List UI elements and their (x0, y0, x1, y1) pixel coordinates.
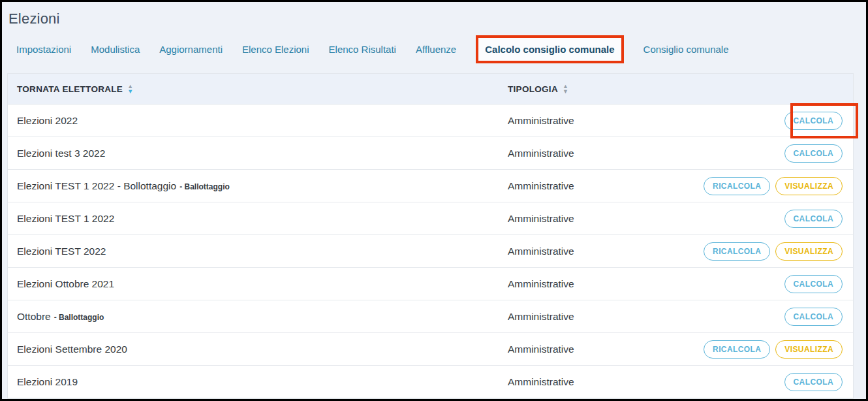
cell-tipologia: Amministrative (508, 344, 638, 355)
cell-tipologia: Amministrative (508, 376, 638, 388)
election-round-label: Elezioni 2019 (17, 376, 78, 387)
cell-tornata-elettorale: Ottobre- Ballottaggio (8, 311, 508, 323)
tab-calcolo-consiglio-comunale[interactable]: Calcolo consiglio comunale (476, 35, 623, 63)
election-round-label: Elezioni Ottobre 2021 (17, 278, 114, 289)
sort-icon: ▲ ▼ (127, 84, 133, 94)
tab-bar: ImpostazioniModulisticaAggiornamentiElen… (6, 34, 862, 64)
cell-actions: RICALCOLAVISUALIZZA (638, 333, 853, 365)
cell-tipologia: Amministrative (508, 115, 638, 127)
sort-desc-icon: ▼ (563, 89, 568, 94)
election-round-label: Elezioni test 3 2022 (17, 148, 105, 159)
cell-actions: RICALCOLAVISUALIZZA (638, 235, 853, 267)
cell-actions: CALCOLA (638, 366, 853, 398)
cell-actions: RICALCOLAVISUALIZZA (638, 170, 853, 202)
cell-tornata-elettorale: Elezioni 2019 (8, 376, 508, 388)
ballottaggio-badge: - Ballottaggio (179, 182, 230, 191)
ricalcola-button[interactable]: RICALCOLA (704, 242, 770, 261)
calcola-button[interactable]: CALCOLA (784, 275, 843, 293)
cell-tipologia: Amministrative (508, 213, 638, 225)
tab-impostazioni[interactable]: Impostazioni (16, 44, 71, 55)
cell-actions: CALCOLA (638, 202, 853, 234)
tab-modulistica[interactable]: Modulistica (91, 44, 140, 55)
cell-tornata-elettorale: Elezioni TEST 2022 (8, 246, 508, 257)
calcola-button[interactable]: CALCOLA (784, 308, 843, 326)
page-title: Elezioni (8, 10, 862, 27)
cell-tipologia: Amministrative (508, 246, 638, 257)
table-body: Elezioni 2022 Amministrative CALCOLA Ele… (8, 104, 853, 398)
table-row: Elezioni test 3 2022 Amministrative CALC… (8, 137, 853, 170)
table-row: Elezioni 2022 Amministrative CALCOLA (8, 104, 853, 137)
table-header-row: TORNATA ELETTORALE ▲ ▼ TIPOLOGIA ▲ ▼ (8, 74, 853, 104)
cell-tornata-elettorale: Elezioni Settembre 2020 (8, 344, 508, 355)
election-round-label: Elezioni TEST 1 2022 - Bollottaggio (17, 180, 176, 191)
visualizza-button[interactable]: VISUALIZZA (775, 177, 843, 195)
ballottaggio-badge: - Ballottaggio (54, 313, 104, 322)
table-row: Elezioni TEST 1 2022 Amministrative CALC… (8, 202, 853, 235)
sort-icon: ▲ ▼ (563, 84, 568, 94)
calcola-button[interactable]: CALCOLA (784, 210, 843, 228)
tab-elenco-elezioni[interactable]: Elenco Elezioni (242, 44, 309, 55)
election-round-label: Elezioni TEST 1 2022 (17, 213, 114, 224)
cell-tornata-elettorale: Elezioni Ottobre 2021 (8, 278, 508, 290)
visualizza-button[interactable]: VISUALIZZA (775, 340, 843, 359)
visualizza-button[interactable]: VISUALIZZA (775, 242, 843, 261)
cell-tornata-elettorale: Elezioni 2022 (8, 115, 508, 127)
table-row: Elezioni Settembre 2020 Amministrative R… (8, 333, 853, 366)
election-round-label: Ottobre (17, 311, 51, 322)
table-row: Elezioni Ottobre 2021 Amministrative CAL… (8, 268, 853, 300)
column-header-label: TORNATA ELETTORALE (17, 84, 123, 94)
cell-actions: CALCOLA (638, 300, 853, 332)
table-row: Elezioni TEST 1 2022 - Bollottaggio- Bal… (8, 170, 853, 202)
election-round-label: Elezioni Settembre 2020 (17, 344, 127, 355)
elections-table: TORNATA ELETTORALE ▲ ▼ TIPOLOGIA ▲ ▼ (7, 73, 854, 399)
cell-tornata-elettorale: Elezioni TEST 1 2022 - Bollottaggio- Bal… (8, 180, 508, 192)
table-row: Ottobre- Ballottaggio Amministrative CAL… (8, 300, 853, 333)
cell-actions: CALCOLA (638, 268, 853, 300)
cell-tipologia: Amministrative (508, 148, 638, 159)
page-content: Elezioni ImpostazioniModulisticaAggiorna… (2, 10, 866, 399)
cell-tornata-elettorale: Elezioni TEST 1 2022 (8, 213, 508, 225)
election-round-label: Elezioni TEST 2022 (17, 246, 106, 257)
table-row: Elezioni TEST 2022 Amministrative RICALC… (8, 235, 853, 268)
tab-aggiornamenti[interactable]: Aggiornamenti (159, 44, 223, 55)
cell-actions: CALCOLA (638, 137, 853, 169)
cell-actions: CALCOLA (638, 104, 853, 136)
sort-desc-icon: ▼ (127, 89, 133, 94)
calcola-button[interactable]: CALCOLA (784, 144, 843, 163)
column-header-label: TIPOLOGIA (508, 84, 558, 94)
cell-tipologia: Amministrative (508, 180, 638, 192)
column-header-tornata-elettorale[interactable]: TORNATA ELETTORALE ▲ ▼ (8, 84, 508, 94)
table-row: Elezioni 2019 Amministrative CALCOLA (8, 366, 853, 398)
election-round-label: Elezioni 2022 (17, 115, 78, 126)
cell-tornata-elettorale: Elezioni test 3 2022 (8, 148, 508, 159)
tab-consiglio-comunale[interactable]: Consiglio comunale (643, 44, 729, 55)
ricalcola-button[interactable]: RICALCOLA (704, 177, 770, 195)
cell-tipologia: Amministrative (508, 311, 638, 323)
cell-tipologia: Amministrative (508, 278, 638, 290)
tab-affluenze[interactable]: Affluenze (416, 44, 456, 55)
app-window: Elezioni ImpostazioniModulisticaAggiorna… (0, 0, 868, 401)
calcola-button[interactable]: CALCOLA (784, 112, 843, 130)
tab-elenco-risultati[interactable]: Elenco Risultati (329, 44, 396, 55)
calcola-button[interactable]: CALCOLA (784, 373, 843, 391)
ricalcola-button[interactable]: RICALCOLA (704, 340, 770, 359)
column-header-tipologia[interactable]: TIPOLOGIA ▲ ▼ (508, 84, 638, 94)
